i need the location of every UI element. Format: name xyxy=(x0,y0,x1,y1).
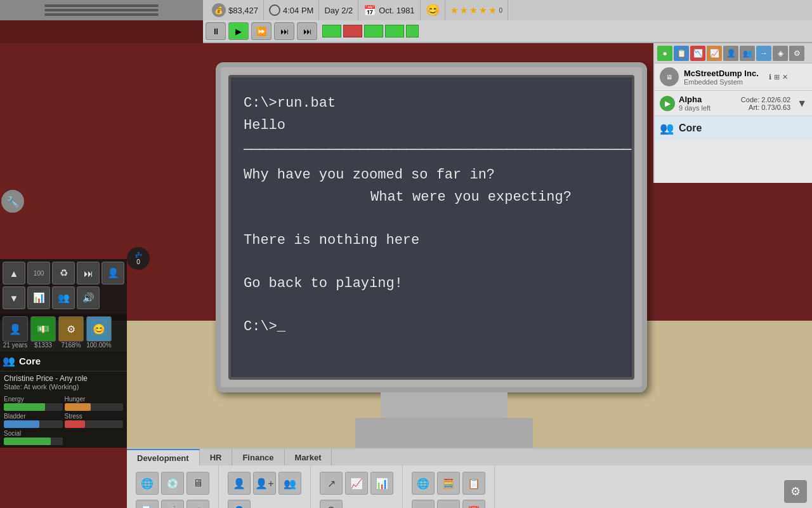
play-button[interactable]: ▶ xyxy=(228,22,249,40)
bladder-label: Bladder xyxy=(4,413,63,420)
star1: ★ xyxy=(450,5,459,15)
rp-icon-arrow[interactable]: → xyxy=(756,46,771,61)
fast-forward-button[interactable]: ⏩ xyxy=(251,22,272,40)
clock-icon xyxy=(269,4,280,16)
tool-icon[interactable]: 🔧 xyxy=(1,190,24,213)
bar-chart-icon[interactable]: 📊 xyxy=(27,286,50,309)
left-core-section: 👥 Core xyxy=(0,351,127,371)
company-actions: ℹ ⊞ ✕ xyxy=(764,72,793,83)
badge-icon-100[interactable]: 100 xyxy=(27,262,50,284)
skip-icon[interactable]: ⏭ xyxy=(77,262,100,284)
hr-icon-4[interactable]: 👤 xyxy=(228,500,251,508)
alpha-expand[interactable]: ▼ xyxy=(794,98,807,109)
terminal-screen: C:\>run.bat Hello ──────────────────────… xyxy=(228,75,634,380)
alpha-row: ▶ Alpha 9 days left Code: 2.02/6.02 Art:… xyxy=(655,91,812,116)
rp-icon-people2[interactable]: 👥 xyxy=(740,46,755,61)
dev-icons-row2: 📄 🔬 ♻ xyxy=(131,498,214,508)
dev-icon-1[interactable]: 🌐 xyxy=(136,472,159,495)
settings-button[interactable]: ⚙ xyxy=(784,480,807,503)
market-icon-3[interactable]: 📋 xyxy=(462,472,485,495)
percent2-stat: 😊 100.00% xyxy=(86,316,112,349)
alpha-info: Alpha 9 days left xyxy=(679,95,737,112)
day-value: Day 2/2 xyxy=(324,6,353,15)
hunger-track xyxy=(65,403,124,411)
social-track xyxy=(4,438,63,445)
notif-icon: 💤 xyxy=(134,251,142,258)
percent1-icon[interactable]: ⚙ xyxy=(58,316,84,342)
dev-icon-6[interactable]: ♻ xyxy=(187,500,209,508)
tab-hr[interactable]: HR xyxy=(200,449,233,465)
market-icons-row1: 🌐 🧮 📋 xyxy=(407,468,490,498)
hr-icon-1[interactable]: 👤 xyxy=(228,472,251,495)
money-stat: 💵 $1333 xyxy=(30,316,56,349)
decorative-lines xyxy=(44,4,159,16)
tab-development[interactable]: Development xyxy=(127,449,200,465)
dev-icon-5[interactable]: 🔬 xyxy=(161,500,184,508)
rp-icon-chart[interactable]: 📉 xyxy=(690,46,705,61)
money-stat-icon[interactable]: 💵 xyxy=(30,316,56,342)
hr-icon-2[interactable]: 👤+ xyxy=(253,472,276,495)
rp-icon-graph[interactable]: 📈 xyxy=(707,46,722,61)
left-core-icon: 👥 xyxy=(3,355,15,367)
hr-icon-3[interactable]: 👥 xyxy=(278,472,301,495)
finance-icons-row1: ↗ 📈 📊 xyxy=(315,468,398,498)
age-icon[interactable]: 👤 xyxy=(3,316,28,342)
pause-button[interactable]: ⏸ xyxy=(206,22,226,40)
percent2-icon[interactable]: 😊 xyxy=(86,316,112,342)
alpha-play-button[interactable]: ▶ xyxy=(660,96,675,111)
info-icon[interactable]: ℹ xyxy=(769,73,771,81)
calendar-display[interactable]: 📅 Oct. 1981 xyxy=(358,0,420,20)
percent2-value: 100.00% xyxy=(86,342,111,349)
finance-icon-4[interactable]: $ xyxy=(320,500,343,508)
close-icon[interactable]: ✕ xyxy=(782,73,788,81)
market-icon-2[interactable]: 🧮 xyxy=(437,472,460,495)
market-icon-4[interactable]: ↓ xyxy=(412,500,435,508)
rp-icon-misc2[interactable]: ⚙ xyxy=(789,46,804,61)
notif-count: 0 xyxy=(136,258,140,265)
volume-icon[interactable]: 🔊 xyxy=(77,286,100,309)
money-value: $83,427 xyxy=(228,6,258,15)
terminal-line-3: Why have you zoomed so far in? xyxy=(244,164,619,185)
company-name: McStreetDump Inc. xyxy=(684,69,759,78)
expand-icon[interactable]: ⊞ xyxy=(774,73,780,81)
energy-bars: Energy Hunger Bladder Stress xyxy=(0,393,127,448)
icon-row-2: ▼ 📊 👥 🔊 xyxy=(3,286,124,309)
dev-icon-4[interactable]: 📄 xyxy=(136,500,159,508)
people-icon[interactable]: 👥 xyxy=(52,286,75,309)
finance-icon-3[interactable]: 📊 xyxy=(370,472,393,495)
market-icon-1[interactable]: 🌐 xyxy=(412,472,435,495)
market-icon-5[interactable]: 🏷 xyxy=(437,500,460,508)
rp-icon-blue[interactable]: 📋 xyxy=(674,46,689,61)
tab-market[interactable]: Market xyxy=(285,449,332,465)
company-row: 🖥 McStreetDump Inc. Embedded System ℹ ⊞ … xyxy=(655,64,812,91)
char-name: Christine Price - Any role xyxy=(4,374,123,383)
rp-icon-misc1[interactable]: ◈ xyxy=(773,46,788,61)
recycle-icon[interactable]: ♻ xyxy=(52,262,75,284)
up-arrow-icon[interactable]: ▲ xyxy=(3,262,25,284)
ultra-fast-button[interactable]: ⏭ xyxy=(274,22,294,40)
market-icon-6[interactable]: 📅 xyxy=(462,500,485,508)
rp-icon-green[interactable]: ● xyxy=(657,46,672,61)
monitor-container: C:\>run.bat Hello ──────────────────────… xyxy=(216,62,672,456)
mood-display: 😊 xyxy=(421,0,445,20)
notification-bubble[interactable]: 💤 0 xyxy=(127,247,150,270)
market-icons-row2: ↓ 🏷 📅 xyxy=(407,498,490,508)
top-bar: 💰 $83,427 4:04 PM Day 2/2 📅 Oct. 1981 😊 … xyxy=(0,0,812,20)
char-stats-row: 👤 21 years 💵 $1333 ⚙ 7168% 😊 100.00% xyxy=(0,314,127,351)
dev-icon-3[interactable]: 🖥 xyxy=(187,472,209,495)
rp-icon-people[interactable]: 👤 xyxy=(723,46,738,61)
terminal-line-6: Go back to playing! xyxy=(244,273,619,294)
skip-button[interactable]: ⏭ xyxy=(297,22,317,40)
tabs-content: 🌐 💿 🖥 📄 🔬 ♻ 👤 👤+ 👥 👤 xyxy=(127,465,812,508)
down-arrow-icon[interactable]: ▼ xyxy=(3,286,25,309)
dev-icon-2[interactable]: 💿 xyxy=(161,472,184,495)
top-bar-left-section xyxy=(0,0,203,20)
stress-label: Stress xyxy=(65,413,124,420)
tab-finance[interactable]: Finance xyxy=(232,449,284,465)
alpha-days: 9 days left xyxy=(679,104,737,112)
finance-icon-2[interactable]: 📈 xyxy=(345,472,368,495)
market-tab-section: 🌐 🧮 📋 ↓ 🏷 📅 xyxy=(403,465,495,508)
person-icon[interactable]: 👤 xyxy=(102,262,124,284)
tab-headers: Development HR Finance Market xyxy=(127,449,812,465)
finance-icon-1[interactable]: ↗ xyxy=(320,472,343,495)
